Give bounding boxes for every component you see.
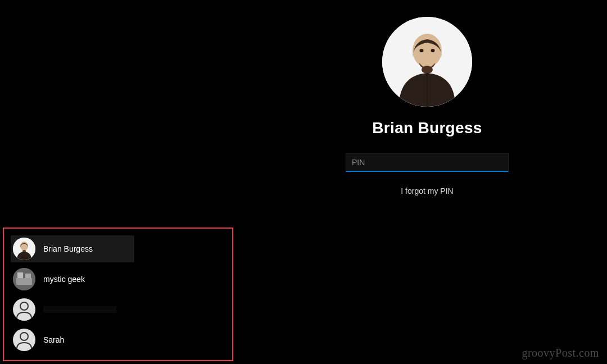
svg-rect-9 bbox=[16, 278, 32, 285]
avatar-icon bbox=[13, 298, 35, 321]
svg-point-4 bbox=[431, 49, 435, 52]
avatar bbox=[382, 17, 472, 107]
person-icon bbox=[13, 298, 35, 321]
user-item-label bbox=[43, 306, 116, 313]
svg-point-1 bbox=[413, 34, 442, 67]
user-photo-icon bbox=[382, 17, 472, 107]
user-item-label: mystic geek bbox=[43, 275, 85, 284]
login-user-name: Brian Burgess bbox=[372, 119, 482, 137]
svg-point-6 bbox=[20, 242, 28, 251]
person-icon bbox=[13, 329, 35, 351]
watermark: groovyPost.com bbox=[522, 347, 599, 360]
avatar-icon bbox=[13, 238, 35, 260]
user-item-redacted[interactable] bbox=[11, 296, 227, 323]
avatar-icon bbox=[13, 329, 35, 351]
user-item-label: Sarah bbox=[43, 335, 64, 344]
svg-rect-10 bbox=[17, 272, 23, 278]
svg-point-3 bbox=[420, 49, 424, 52]
pin-input[interactable] bbox=[346, 153, 509, 172]
svg-point-13 bbox=[20, 333, 28, 340]
forgot-pin-link[interactable]: I forgot my PIN bbox=[401, 186, 453, 195]
user-item-brian-burgess[interactable]: Brian Burgess bbox=[11, 235, 134, 262]
user-switcher-list: Brian Burgess mystic geek bbox=[3, 228, 233, 361]
svg-point-12 bbox=[20, 302, 28, 310]
avatar-icon bbox=[13, 268, 35, 290]
user-item-label: Brian Burgess bbox=[43, 244, 93, 253]
user-item-mystic-geek[interactable]: mystic geek bbox=[11, 266, 227, 293]
login-panel: Brian Burgess I forgot my PIN bbox=[326, 17, 528, 195]
svg-rect-11 bbox=[25, 274, 31, 278]
user-item-sarah[interactable]: Sarah bbox=[11, 326, 227, 353]
svg-point-2 bbox=[422, 66, 433, 74]
